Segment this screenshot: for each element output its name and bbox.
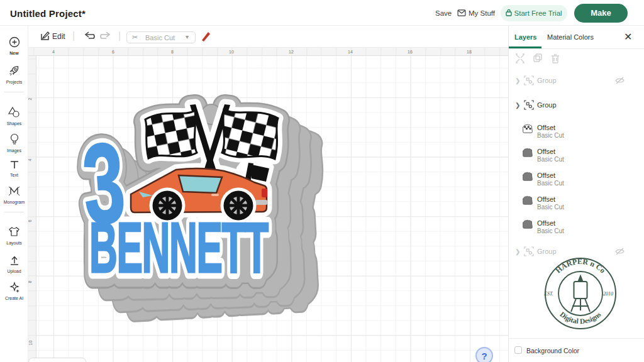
svg-text:Digital Designs: Digital Designs (558, 310, 602, 326)
svg-text:EST.: EST. (543, 291, 553, 297)
svg-text:BENNETT: BENNETT (89, 207, 269, 287)
svg-text:2010: 2010 (603, 291, 613, 297)
svg-text:HARPER n Co: HARPER n Co (554, 257, 608, 275)
